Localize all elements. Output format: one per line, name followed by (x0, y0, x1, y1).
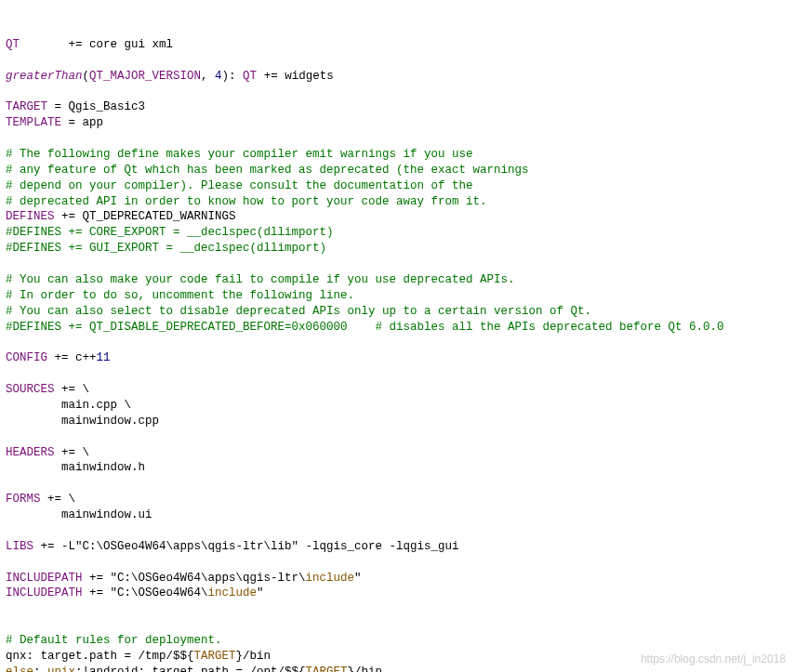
text: = app (61, 116, 103, 129)
var-qt: QT (6, 38, 20, 51)
text: += \ (41, 493, 76, 506)
text: : (33, 665, 47, 672)
highlight-include: include (306, 572, 355, 585)
text: mainwindow.cpp (6, 415, 159, 428)
number: 4 (215, 70, 222, 83)
kw-else: else (6, 665, 33, 672)
comment: # The following define makes your compil… (6, 148, 473, 161)
kw-unix: unix (47, 665, 75, 672)
text: mainwindow.h (6, 461, 145, 474)
text: += widgets (257, 70, 334, 83)
text: += QT_DEPRECATED_WARNINGS (55, 210, 236, 223)
var-defines: DEFINES (6, 210, 55, 223)
comment: #DEFINES += CORE_EXPORT = __declspec(dll… (6, 226, 334, 239)
comment: # depend on your compiler). Please consu… (6, 179, 473, 192)
text: , (201, 70, 215, 83)
comment: # You can also select to disable depreca… (6, 305, 591, 318)
comment: # In order to do so, uncomment the follo… (6, 289, 354, 302)
text: qnx: target.path = /tmp/$${ (6, 650, 194, 663)
text: main.cpp \ (6, 399, 131, 412)
text: }/bin (236, 650, 272, 663)
var-config: CONFIG (6, 351, 47, 364)
comment: #DEFINES += QT_DISABLE_DEPRECATED_BEFORE… (6, 321, 724, 334)
code-block: QT += core gui xml greaterThan(QT_MAJOR_… (6, 37, 789, 672)
text: += c++ (47, 351, 97, 364)
text: }/bin (348, 665, 383, 672)
comment: # any feature of Qt which has been marke… (6, 164, 529, 177)
comment: # deprecated API in order to know how to… (6, 195, 487, 208)
var-forms: FORMS (6, 493, 41, 506)
var-target: TARGET (6, 100, 47, 113)
var-qt-major: QT_MAJOR_VERSION (89, 70, 201, 83)
number: 11 (97, 351, 111, 364)
text: += core gui xml (20, 38, 173, 51)
text: mainwindow.ui (6, 508, 152, 521)
highlight-target: TARGET (194, 650, 236, 663)
text: += -L"C:\OSGeo4W64\apps\qgis-ltr\lib" -l… (33, 540, 459, 553)
comment: # Default rules for deployment. (6, 634, 222, 647)
comment: # You can also make your code fail to co… (6, 273, 515, 286)
var-headers: HEADERS (6, 446, 55, 459)
var-libs: LIBS (6, 540, 33, 553)
comment: #DEFINES += GUI_EXPORT = __declspec(dlli… (6, 242, 326, 255)
text: += "C:\OSGeo4W64\apps\qgis-ltr\ (83, 572, 306, 585)
text: += "C:\OSGeo4W64\ (83, 586, 208, 600)
fn-greaterthan: greaterThan (6, 70, 83, 83)
var-includepath: INCLUDEPATH (6, 572, 83, 585)
highlight-include: include (208, 586, 258, 600)
text: ): (222, 70, 244, 83)
watermark: https://blog.csdn.net/j_in2018 (641, 652, 786, 666)
var-includepath: INCLUDEPATH (6, 586, 83, 600)
text: " (354, 572, 362, 585)
text: :!android: target.path = /opt/$${ (75, 665, 306, 672)
text: ( (83, 70, 90, 83)
text: " (257, 586, 264, 600)
var-qt: QT (243, 70, 257, 83)
highlight-target: TARGET (306, 665, 348, 672)
text: += \ (55, 383, 90, 396)
var-template: TEMPLATE (6, 116, 61, 129)
var-sources: SOURCES (6, 383, 55, 396)
text: = Qgis_Basic3 (47, 100, 145, 113)
text: += \ (55, 446, 90, 459)
